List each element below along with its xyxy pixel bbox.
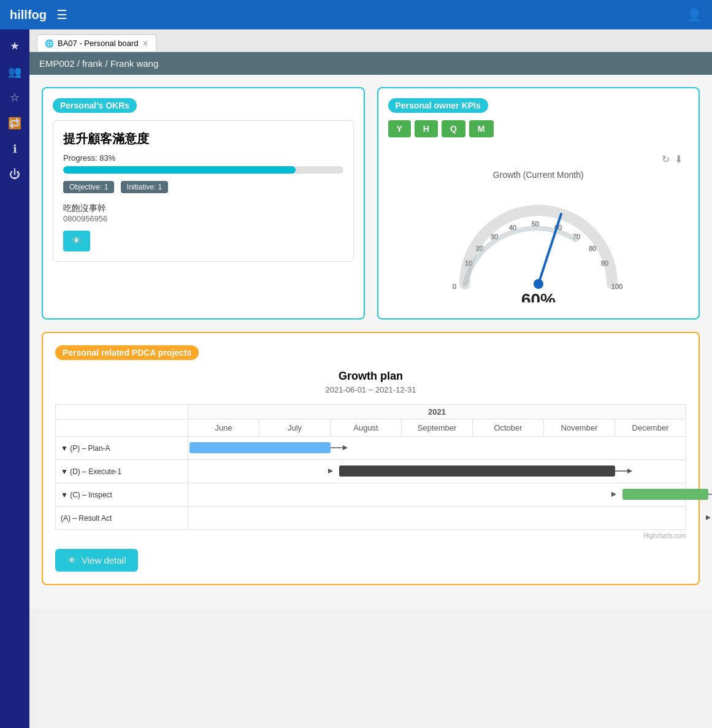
panels-row: Personal's OKRs 提升顧客滿意度 Progress: 83% Ob… (42, 87, 700, 320)
gantt-row-inspect: ▼ (C) – Inspect (56, 483, 686, 507)
svg-line-12 (538, 214, 561, 284)
svg-marker-19 (627, 469, 632, 473)
gantt-row-plan: ▼ (P) – Plan-A (56, 437, 686, 460)
gauge-download-icon[interactable]: ⬇ (675, 153, 683, 165)
pdca-panel-label: Personal related PDCA projects (55, 345, 199, 360)
gantt-label-result: (A) – Result Act (56, 507, 188, 530)
svg-text:80: 80 (589, 245, 596, 252)
okr-panel: Personal's OKRs 提升顧客滿意度 Progress: 83% Ob… (42, 87, 365, 320)
sidebar-icon-fav[interactable]: ☆ (10, 91, 20, 104)
sidebar-icon-info[interactable]: ℹ (13, 142, 17, 156)
sidebar-icon-refresh[interactable]: 🔁 (8, 117, 21, 130)
progress-label: Progress: 83% (63, 153, 343, 163)
gantt-col-september: September (402, 420, 473, 437)
tab-globe-icon: 🌐 (45, 39, 54, 48)
gantt-arrow-execute-end (615, 466, 634, 477)
gantt-arrow-result-start (706, 512, 712, 523)
svg-marker-17 (328, 469, 333, 473)
gantt-table: 2021 June July August September October … (55, 404, 686, 530)
main-content: 🌐 BA07 - Personal board ✕ EMP002 / frank… (29, 29, 712, 728)
gauge-svg: 0 10 20 30 40 50 (440, 186, 637, 302)
gantt-col-october: October (473, 420, 544, 437)
gauge-container: ↻ ⬇ Growth (Current Month) (388, 147, 689, 308)
gantt-arrow-inspect-end (708, 489, 712, 500)
svg-marker-23 (706, 515, 711, 520)
tab-bar: 🌐 BA07 - Personal board ✕ (29, 29, 712, 52)
svg-marker-16 (343, 445, 348, 450)
svg-marker-20 (611, 492, 616, 497)
okr-text-line1: 吃飽沒事幹 (63, 203, 343, 214)
gauge-refresh-icon[interactable]: ↻ (662, 153, 670, 165)
svg-text:0: 0 (453, 283, 456, 290)
kpi-btn-h[interactable]: H (415, 120, 438, 137)
gantt-col-november: November (544, 420, 615, 437)
gantt-label-inspect: ▼ (C) – Inspect (56, 483, 188, 507)
view-detail-button[interactable]: 👁 View detail (55, 549, 138, 572)
pdca-panel: Personal related PDCA projects Growth pl… (42, 332, 700, 585)
gantt-arrow-execute-start (328, 466, 340, 477)
badges-row: Objective: 1 Initiative: 1 (63, 181, 343, 198)
gantt-bar-inspect (622, 489, 708, 500)
sidebar: ★ 👥 ☆ 🔁 ℹ ⏻ (0, 29, 29, 728)
gantt-col-august: August (331, 420, 402, 437)
app-title: hillfog (10, 8, 47, 22)
tab-label: BA07 - Personal board (58, 39, 139, 48)
gauge-title: Growth (Current Month) (394, 170, 683, 180)
svg-text:60%: 60% (521, 290, 556, 302)
okr-text-line2: 0800956956 (63, 214, 343, 223)
gantt-col-june: June (188, 420, 259, 437)
okr-card: 提升顧客滿意度 Progress: 83% Objective: 1 Initi… (53, 120, 354, 262)
kpi-btn-y[interactable]: Y (388, 120, 411, 137)
eye-icon: 👁 (72, 236, 82, 246)
okr-eye-button[interactable]: 👁 (63, 231, 90, 251)
content-area: Personal's OKRs 提升顧客滿意度 Progress: 83% Ob… (29, 75, 712, 610)
sidebar-icon-users[interactable]: 👥 (8, 65, 21, 79)
okr-panel-label: Personal's OKRs (53, 98, 137, 113)
gantt-row-result: (A) – Result Act (56, 507, 686, 530)
kpi-panel-label: Personal owner KPIs (388, 98, 488, 113)
sidebar-icon-power[interactable]: ⏻ (9, 168, 20, 181)
gantt-row-execute: ▼ (D) – Execute-1 (56, 460, 686, 483)
chart-title: Growth plan (55, 370, 686, 383)
gantt-arrow-inspect-start (611, 489, 624, 500)
svg-point-13 (534, 279, 543, 289)
gantt-bar-plan (189, 442, 331, 453)
hamburger-icon[interactable]: ☰ (56, 7, 67, 22)
okr-title: 提升顧客滿意度 (63, 131, 343, 147)
kpi-btn-q[interactable]: Q (442, 120, 465, 137)
gantt-label-header (56, 405, 188, 420)
user-icon[interactable]: 👤 (687, 7, 702, 22)
kpi-panel: Personal owner KPIs Y H Q M ↻ ⬇ Growth (… (377, 87, 700, 320)
gantt-empty-header (56, 420, 188, 437)
highcharts-credit: Highcharts.com (55, 532, 686, 539)
gantt-col-december: December (615, 420, 686, 437)
initiative-badge: Initiative: 1 (121, 181, 168, 193)
kpi-buttons: Y H Q M (388, 120, 689, 137)
svg-text:90: 90 (601, 259, 608, 267)
breadcrumb: EMP002 / frank / Frank wang (29, 52, 712, 75)
tab-personal-board[interactable]: 🌐 BA07 - Personal board ✕ (37, 34, 156, 52)
kpi-btn-m[interactable]: M (469, 120, 494, 137)
top-nav: hillfog ☰ 👤 (0, 0, 712, 29)
gantt-container: 2021 June July August September October … (55, 404, 686, 539)
progress-bar-fill (63, 166, 296, 174)
gantt-year-header: 2021 (188, 405, 686, 420)
gauge-icons: ↻ ⬇ (394, 153, 683, 165)
gantt-label-execute: ▼ (D) – Execute-1 (56, 460, 188, 483)
gantt-label-plan: ▼ (P) – Plan-A (56, 437, 188, 460)
gantt-col-july: July (259, 420, 331, 437)
sidebar-icon-star[interactable]: ★ (10, 39, 20, 53)
chart-subtitle: 2021-06-01 ~ 2021-12-31 (55, 385, 686, 394)
view-detail-eye-icon: 👁 (67, 555, 77, 565)
svg-text:100: 100 (611, 283, 622, 290)
gantt-arrow-plan (331, 442, 349, 453)
progress-bar-container (63, 166, 343, 174)
objective-badge: Objective: 1 (63, 181, 114, 193)
view-detail-label: View detail (82, 555, 126, 565)
gantt-bar-execute (339, 466, 615, 477)
tab-close-icon[interactable]: ✕ (142, 39, 148, 48)
